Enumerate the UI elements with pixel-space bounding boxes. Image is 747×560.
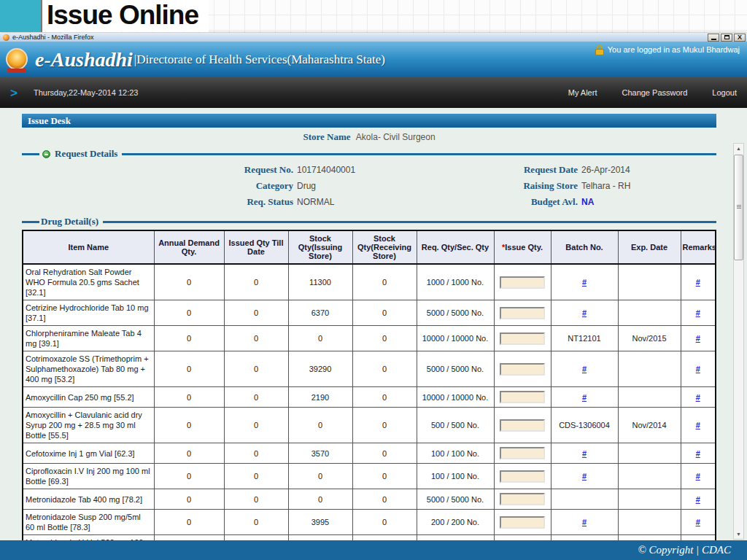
req-qty-cell: 100 / 100 No. [417,464,494,489]
remarks-cell-link[interactable]: # [696,421,700,429]
nav-link-my-alert[interactable]: My Alert [568,88,597,97]
stock-issuing-cell: 0 [288,326,352,351]
remarks-cell-link[interactable]: # [696,449,700,458]
field-row: CategoryDrug [22,180,387,195]
annual-demand-cell: 0 [154,264,224,300]
column-header: Remarks [681,230,716,264]
batch-no-cell: # [551,300,618,326]
chevron-right-icon[interactable]: > [10,87,18,99]
table-row: Metronidazole Susp 200 mg/5ml 60 ml Bott… [23,510,716,535]
brand-title: e-Aushadhi [35,48,133,71]
issue-qty-input[interactable] [500,391,545,403]
remarks-cell-link[interactable]: # [696,365,700,373]
issue-qty-cell [494,510,551,535]
batch-no-cell-link[interactable]: # [582,365,587,373]
remarks-cell-link[interactable]: # [696,472,700,481]
annual-demand-cell: 0 [154,443,224,464]
stock-issuing-cell: 2190 [288,387,352,408]
annual-demand-cell: 0 [154,300,224,326]
slide-title: Issue Online [41,0,209,32]
batch-no-cell-link[interactable]: # [582,449,587,458]
firefox-icon [3,34,9,41]
stock-receiving-cell: 0 [352,464,417,489]
stock-receiving-cell: 0 [352,300,417,326]
remarks-cell: # [681,489,716,510]
nav-link-logout[interactable]: Logout [712,88,737,97]
field-label: Category [22,180,293,192]
remarks-cell-link[interactable]: # [696,334,700,343]
lock-icon [595,45,604,55]
issue-qty-input[interactable] [500,276,545,289]
issued-qty-cell: 0 [224,387,288,408]
item-name-cell: Chlorpheniramine Maleate Tab 4 mg [39.1] [23,326,154,351]
batch-no-cell-link[interactable]: # [582,278,587,287]
issue-qty-input[interactable] [500,516,545,529]
nav-links: My AlertChange PasswordLogout [568,88,737,97]
issue-qty-cell [494,408,551,443]
table-row: Oral Rehydration Salt Powder WHO Formula… [23,264,716,300]
exp-date-cell [618,489,681,510]
req-qty-cell: 5000 / 5000 No. [417,489,494,510]
table-row: Amoxycillin Cap 250 mg [55.2]00219001000… [23,387,716,408]
batch-no-cell-link[interactable]: # [582,308,587,317]
issue-qty-cell [494,443,551,464]
req-qty-cell: 200 / 200 No. [417,510,494,535]
datetime-text: Thursday,22-May-2014 12:23 [34,88,139,97]
stock-receiving-cell: 0 [352,510,417,535]
stock-receiving-cell: 0 [352,351,417,387]
stock-receiving-cell: 0 [352,326,417,351]
stock-issuing-cell: 0 [288,408,352,443]
batch-no-cell-link[interactable]: # [582,393,587,402]
issue-qty-input[interactable] [500,363,545,376]
nav-link-change-password[interactable]: Change Password [622,88,687,97]
collapse-toggle-icon[interactable] [42,150,50,158]
field-value[interactable]: NA [581,197,594,207]
column-header: Batch No. [551,230,618,264]
issue-qty-input[interactable] [500,307,545,319]
vertical-scrollbar[interactable]: ▲ ▼ [733,143,744,540]
close-button[interactable]: X [734,34,746,42]
browser-window: e-Aushadhi - Mozilla Firefox X e-Aushadh… [0,33,747,560]
table-row: Ciprofloxacin I.V Inj 200 mg 100 ml Bott… [23,464,716,489]
issued-qty-cell: 0 [224,489,288,510]
issued-qty-cell: 0 [224,464,288,489]
remarks-cell-link[interactable]: # [696,278,700,287]
scroll-up-icon[interactable]: ▲ [736,144,741,153]
issue-qty-cell [494,264,551,300]
field-label: Req. Status [22,196,293,208]
issue-qty-input[interactable] [500,447,545,459]
column-header: Exp. Date [618,230,681,264]
exp-date-cell [618,387,681,408]
issue-qty-input[interactable] [500,332,545,345]
batch-no-cell-link[interactable]: # [582,518,587,526]
scrollbar-thumb[interactable] [734,155,743,260]
issue-qty-input[interactable] [500,419,545,432]
issue-qty-cell [494,489,551,510]
issue-qty-input[interactable] [500,493,545,505]
remarks-cell-link[interactable]: # [696,308,700,317]
request-details-fields: Request No.101714040001CategoryDrugReq. … [22,161,716,213]
issued-qty-cell: 0 [224,351,288,387]
item-name-cell: Cetrizine Hydrochloride Tab 10 mg [37.1] [23,300,154,326]
issued-qty-cell: 0 [224,408,288,443]
remarks-cell-link[interactable]: # [696,393,700,402]
field-row: Request No.101714040001 [22,164,387,179]
minimize-button[interactable] [708,34,719,42]
restore-button[interactable] [721,34,732,42]
issue-qty-cell [494,351,551,387]
batch-no-cell-link[interactable]: # [582,472,587,481]
stock-receiving-cell: 0 [352,489,417,510]
issue-qty-cell [494,387,551,408]
issue-qty-cell [494,300,551,326]
main-content: Issue Desk Store Name Akola- Civil Surge… [0,108,747,560]
remarks-cell-link[interactable]: # [696,495,700,504]
remarks-cell-link[interactable]: # [696,518,700,526]
issue-qty-input[interactable] [500,470,545,483]
department-title: |Directorate of Health Services(Maharash… [134,52,385,67]
batch-no-cell: # [551,510,618,535]
scroll-down-icon[interactable]: ▼ [736,529,741,539]
site-header: e-Aushadhi |Directorate of Health Servic… [0,42,747,77]
exp-date-cell [618,264,681,300]
field-value: Drug [297,181,316,191]
item-name-cell: Metronidazole Tab 400 mg [78.2] [23,489,154,510]
